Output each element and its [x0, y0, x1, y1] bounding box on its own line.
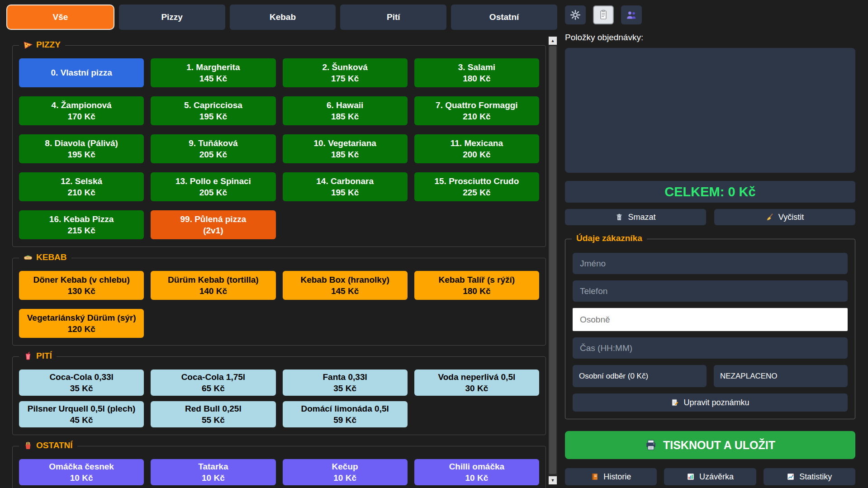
menu-item-durum-kebab-tortilla[interactable]: Dürüm Kebab (tortilla)140 Kč [151, 271, 275, 300]
customer-phone-input[interactable] [573, 280, 848, 302]
payment-status-button[interactable]: NEZAPLACENO [714, 365, 848, 387]
fries-icon [24, 441, 33, 450]
closing-icon [687, 473, 695, 481]
delete-button-label: Smazat [628, 213, 655, 222]
history-button[interactable]: Historie [565, 468, 657, 485]
order-items-list[interactable] [565, 48, 855, 173]
section-ostatni: OSTATNÍOmáčka česnek10 KčTatarka10 KčKeč… [12, 446, 546, 488]
menu-item-doner-kebab-v-chlebu[interactable]: Döner Kebab (v chlebu)130 Kč [19, 271, 144, 300]
kebab-icon [24, 253, 33, 262]
section-grid: Döner Kebab (v chlebu)130 KčDürüm Kebab … [19, 271, 539, 338]
order-toolbar [565, 5, 855, 24]
menu-item-coca-cola-1-75l[interactable]: Coca-Cola 1,75l65 Kč [151, 370, 275, 396]
section-title: PITÍ [36, 351, 52, 361]
menu-item-12-selska[interactable]: 12. Selská210 Kč [19, 172, 144, 201]
menu-item-11-mexicana[interactable]: 11. Mexicana200 Kč [414, 134, 539, 163]
order-total-text: CELKEM: 0 Kč [664, 185, 755, 199]
print-save-label: TISKNOUT A ULOŽIT [663, 439, 775, 452]
order-panel: Položky objednávky: CELKEM: 0 Kč Smazat … [565, 5, 855, 485]
menu-item-99-pulena-pizza[interactable]: 99. Půlená pizza(2v1) [151, 210, 275, 239]
section-title: KEBAB [36, 252, 67, 262]
menu-item-3-salami[interactable]: 3. Salami180 Kč [414, 58, 539, 87]
order-items-label: Položky objednávky: [565, 33, 855, 43]
category-tabs: VšePizzyKebabPitíOstatní [6, 5, 557, 30]
time-input[interactable] [573, 337, 848, 359]
menu-item-14-carbonara[interactable]: 14. Carbonara195 Kč [283, 172, 408, 201]
menu-item-16-kebab-pizza[interactable]: 16. Kebab Pizza215 Kč [19, 210, 144, 239]
pickup-payment-row: Osobní odběr (0 Kč) NEZAPLACENO [573, 365, 848, 387]
menu-item-pilsner-urquell-0-5l-plech[interactable]: Pilsner Urquell 0,5l (plech)45 Kč [19, 401, 144, 427]
menu-item-tatarka[interactable]: Tatarka10 Kč [151, 459, 275, 485]
pickup-price-button[interactable]: Osobní odběr (0 Kč) [573, 365, 707, 387]
delivery-type-select[interactable] [573, 308, 848, 331]
menu-item-coca-cola-0-33l[interactable]: Coca-Cola 0,33l35 Kč [19, 370, 144, 396]
section-title: OSTATNÍ [36, 441, 73, 450]
menu-item-red-bull-0-25l[interactable]: Red Bull 0,25l55 Kč [151, 401, 275, 427]
gear-icon [570, 9, 581, 20]
menu-scrollbar[interactable]: ▲ ▼ [548, 36, 557, 485]
tab-ostatni[interactable]: Ostatní [451, 5, 557, 30]
customer-fieldset: Údaje zákazníka Osobní odběr (0 Kč) NEZA… [565, 239, 855, 419]
closing-button[interactable]: Uzávěrka [664, 468, 756, 485]
menu-item-voda-neperliva-0-5l[interactable]: Voda neperlivá 0,5l30 Kč [414, 370, 539, 396]
section-pizzy: PIZZY0. Vlastní pizza1. Margherita145 Kč… [12, 45, 546, 247]
menu-item-2-sunkova[interactable]: 2. Šunková175 Kč [283, 58, 408, 87]
stats-icon [787, 473, 795, 481]
menu-item-6-hawaii[interactable]: 6. Hawaii185 Kč [283, 96, 408, 125]
footer-actions: Historie Uzávěrka Statistiky [565, 468, 855, 485]
menu-item-1-margherita[interactable]: 1. Margherita145 Kč [151, 58, 275, 87]
receipt-icon [598, 9, 609, 20]
menu-item-omacka-cesnek[interactable]: Omáčka česnek10 Kč [19, 459, 144, 485]
menu-item-0-vlastni-pizza[interactable]: 0. Vlastní pizza [19, 58, 144, 87]
menu-item-5-capricciosa[interactable]: 5. Capricciosa195 Kč [151, 96, 275, 125]
printer-icon [645, 439, 657, 451]
customer-name-input[interactable] [573, 253, 848, 274]
section-legend: PIZZY [19, 40, 65, 50]
scrollbar-up-arrow[interactable]: ▲ [549, 37, 557, 45]
statistics-button[interactable]: Statistiky [764, 468, 855, 485]
broom-icon [766, 213, 774, 221]
order-total: CELKEM: 0 Kč [565, 181, 855, 203]
orders-view-button[interactable] [593, 5, 614, 24]
menu-item-vegetariansky-durum-syr[interactable]: Vegetariánský Dürüm (sýr)120 Kč [19, 309, 144, 338]
closing-label: Uzávěrka [699, 472, 734, 482]
menu-item-fanta-0-33l[interactable]: Fanta 0,33l35 Kč [283, 370, 408, 396]
section-grid: 0. Vlastní pizza1. Margherita145 Kč2. Šu… [19, 58, 539, 239]
menu-item-8-diavola-paliva[interactable]: 8. Diavola (Pálivá)195 Kč [19, 134, 144, 163]
section-title: PIZZY [36, 40, 61, 50]
tab-pizzy[interactable]: Pizzy [119, 5, 225, 30]
menu-item-7-quattro-formaggi[interactable]: 7. Quattro Formaggi210 Kč [414, 96, 539, 125]
tab-vse[interactable]: Vše [6, 5, 114, 30]
statistics-label: Statistiky [799, 472, 832, 482]
menu-item-4-zampionova[interactable]: 4. Žampionová170 Kč [19, 96, 144, 125]
delete-button[interactable]: Smazat [565, 209, 706, 225]
note-icon [671, 398, 679, 407]
settings-button[interactable] [565, 5, 586, 24]
order-actions: Smazat Vyčistit [565, 209, 855, 225]
section-grid: Coca-Cola 0,33l35 KčCoca-Cola 1,75l65 Kč… [19, 370, 539, 427]
scrollbar-thumb[interactable] [549, 46, 556, 474]
section-kebab: KEBABDöner Kebab (v chlebu)130 KčDürüm K… [12, 258, 546, 346]
scrollbar-down-arrow[interactable]: ▼ [549, 476, 557, 484]
menu-item-9-tunakova[interactable]: 9. Tuňáková205 Kč [151, 134, 275, 163]
menu-item-kebab-box-hranolky[interactable]: Kebab Box (hranolky)145 Kč [283, 271, 408, 300]
clear-button[interactable]: Vyčistit [714, 209, 855, 225]
menu-item-domaci-limonada-0-5l[interactable]: Domácí limonáda 0,5l59 Kč [283, 401, 408, 427]
customers-button[interactable] [621, 5, 642, 24]
menu-item-kecup[interactable]: Kečup10 Kč [283, 459, 408, 485]
history-icon [591, 473, 599, 481]
clear-button-label: Vyčistit [778, 213, 804, 222]
menu-item-13-pollo-e-spinaci[interactable]: 13. Pollo e Spinaci205 Kč [151, 172, 275, 201]
section-legend: KEBAB [19, 252, 71, 262]
menu-item-15-prosciutto-crudo[interactable]: 15. Prosciutto Crudo225 Kč [414, 172, 539, 201]
edit-note-button[interactable]: Upravit poznámku [573, 393, 848, 412]
tab-kebab[interactable]: Kebab [230, 5, 336, 30]
menu-item-kebab-talir-s-ryzi[interactable]: Kebab Talíř (s rýží)180 Kč [414, 271, 539, 300]
print-save-button[interactable]: TISKNOUT A ULOŽIT [565, 431, 855, 459]
section-grid: Omáčka česnek10 KčTatarka10 KčKečup10 Kč… [19, 459, 539, 485]
menu-item-10-vegetariana[interactable]: 10. Vegetariana185 Kč [283, 134, 408, 163]
edit-note-label: Upravit poznámku [683, 398, 749, 407]
tab-piti[interactable]: Pití [340, 5, 446, 30]
section-piti: PITÍCoca-Cola 0,33l35 KčCoca-Cola 1,75l6… [12, 356, 546, 435]
menu-item-chilli-omacka[interactable]: Chilli omáčka10 Kč [414, 459, 539, 485]
